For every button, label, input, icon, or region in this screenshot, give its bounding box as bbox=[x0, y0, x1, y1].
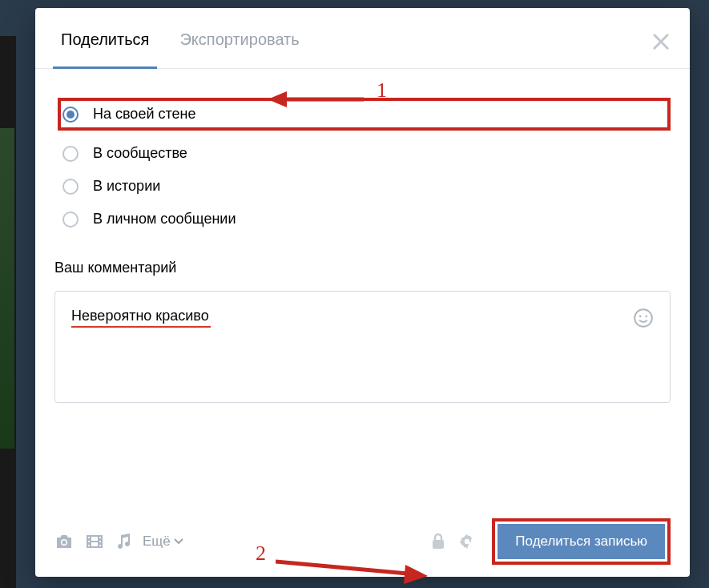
dialog-header: Поделиться Экспортировать bbox=[35, 8, 690, 69]
option-story[interactable]: В истории bbox=[58, 170, 671, 203]
radio-icon bbox=[62, 107, 79, 123]
svg-rect-7 bbox=[88, 541, 90, 542]
option-label: В личном сообщении bbox=[93, 211, 236, 228]
tab-export[interactable]: Экспортировать bbox=[173, 8, 305, 68]
settings-icons bbox=[431, 533, 476, 550]
gear-icon bbox=[458, 533, 476, 550]
svg-rect-9 bbox=[99, 537, 101, 538]
svg-point-2 bbox=[645, 316, 647, 318]
option-private-message[interactable]: В личном сообщении bbox=[58, 203, 671, 236]
radio-icon bbox=[62, 146, 79, 162]
svg-marker-19 bbox=[404, 565, 428, 584]
svg-point-15 bbox=[465, 539, 469, 544]
attach-photo[interactable] bbox=[54, 533, 74, 550]
share-dialog: Поделиться Экспортировать На своей стене… bbox=[35, 8, 690, 577]
svg-rect-14 bbox=[433, 540, 444, 549]
camera-icon bbox=[54, 533, 74, 550]
share-button-highlight: Поделиться записью bbox=[492, 518, 671, 565]
option-label: В истории bbox=[93, 178, 160, 195]
tabs: Поделиться Экспортировать bbox=[35, 8, 324, 68]
option-label: В сообществе bbox=[93, 145, 187, 162]
svg-rect-8 bbox=[88, 545, 90, 546]
svg-rect-6 bbox=[88, 537, 90, 538]
annotation-step-1: 1 bbox=[377, 79, 387, 103]
svg-rect-13 bbox=[91, 542, 98, 546]
share-submit-button[interactable]: Поделиться записью bbox=[498, 524, 665, 559]
chevron-down-icon bbox=[174, 538, 183, 545]
annotation-step-2: 2 bbox=[256, 542, 266, 566]
option-label: На своей стене bbox=[93, 106, 195, 123]
option-community[interactable]: В сообществе bbox=[58, 137, 671, 170]
lock-icon bbox=[431, 533, 445, 550]
radio-icon bbox=[62, 211, 79, 228]
radio-icon bbox=[62, 179, 79, 195]
bottom-bar: Ещё Поделиться з bbox=[54, 522, 671, 561]
svg-point-4 bbox=[62, 541, 66, 545]
svg-point-0 bbox=[634, 309, 652, 327]
music-icon bbox=[115, 533, 133, 550]
svg-rect-11 bbox=[99, 545, 101, 546]
more-label: Ещё bbox=[143, 534, 171, 550]
more-dropdown[interactable]: Ещё bbox=[143, 534, 183, 550]
settings-button[interactable] bbox=[458, 533, 476, 550]
dialog-body: На своей стене В сообществе В истории В … bbox=[35, 69, 690, 577]
close-icon bbox=[650, 30, 672, 53]
smiley-icon bbox=[633, 308, 654, 328]
svg-line-18 bbox=[276, 562, 408, 574]
comment-textarea[interactable]: Невероятно красиво bbox=[54, 291, 671, 403]
privacy-button[interactable] bbox=[431, 533, 445, 550]
background-green bbox=[0, 128, 14, 449]
attach-video[interactable] bbox=[85, 533, 104, 550]
attach-audio[interactable] bbox=[115, 533, 133, 550]
comment-text: Невероятно красиво bbox=[71, 308, 209, 324]
close-button[interactable] bbox=[650, 30, 672, 53]
svg-rect-12 bbox=[91, 537, 98, 541]
emoji-button[interactable] bbox=[633, 308, 654, 328]
tab-share[interactable]: Поделиться bbox=[54, 8, 155, 68]
attachment-icons bbox=[54, 533, 133, 550]
comment-label: Ваш комментарий bbox=[54, 260, 671, 276]
svg-point-1 bbox=[639, 316, 642, 318]
share-target-options: На своей стене В сообществе В истории В … bbox=[58, 98, 671, 236]
option-own-wall[interactable]: На своей стене bbox=[58, 98, 671, 131]
film-icon bbox=[85, 533, 104, 550]
svg-rect-10 bbox=[99, 541, 101, 542]
